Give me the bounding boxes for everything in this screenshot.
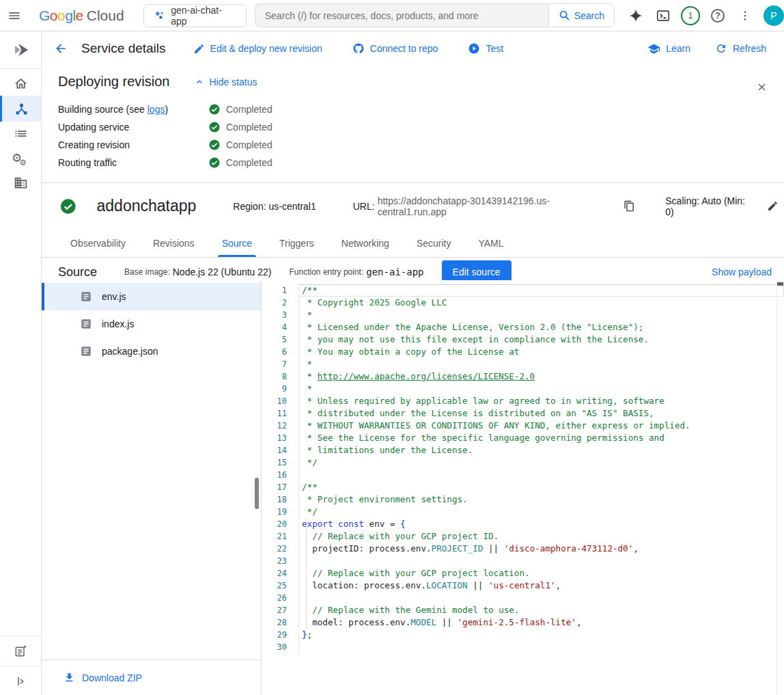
line-number: 15 (262, 456, 299, 469)
hide-status-toggle[interactable]: Hide status (194, 77, 257, 87)
search-button[interactable]: Search (548, 3, 615, 27)
code-token: * Copyright 2025 Google LLC (302, 297, 447, 308)
tab-networking[interactable]: Networking (328, 229, 403, 257)
entry-point-label: Function entry point: (290, 267, 364, 277)
check-circle-icon (208, 121, 221, 133)
sidebar-item-services[interactable] (0, 96, 41, 122)
code-token: /** (302, 285, 318, 295)
sidebar-item-domains[interactable] (0, 169, 41, 195)
tab-security[interactable]: Security (403, 229, 465, 257)
code-text (299, 555, 784, 567)
tab-revisions[interactable]: Revisions (139, 229, 208, 257)
code-editor[interactable]: 1/**2 * Copyright 2025 Google LLC3 *4 * … (262, 280, 784, 695)
code-token: , (576, 617, 582, 627)
code-token: ; (307, 629, 313, 640)
avatar[interactable]: P (764, 5, 784, 26)
service-header: addonchatapp Region: us-central1 URL: ht… (42, 183, 784, 229)
line-number: 1 (262, 284, 299, 297)
service-tabs: Observability Revisions Source Triggers … (42, 229, 784, 258)
google-cloud-logo: Google Cloud (39, 8, 124, 24)
back-arrow-icon (54, 42, 68, 55)
code-text: * WITHOUT WARRANTIES OR CONDITIONS OF AN… (299, 420, 784, 432)
code-token: model: process.env. (302, 617, 410, 627)
page-title: Service details (81, 41, 166, 56)
learn-button[interactable]: Learn (647, 42, 690, 55)
logs-link[interactable]: logs (148, 104, 165, 115)
edit-scaling-button[interactable] (761, 195, 784, 218)
code-text (299, 469, 784, 481)
connect-to-repo-button[interactable]: Connect to repo (352, 42, 438, 55)
show-payload-link[interactable]: Show payload (712, 267, 772, 277)
help-icon[interactable]: ? (706, 4, 729, 27)
code-token: location: process.env. (302, 580, 426, 590)
file-icon (80, 345, 92, 357)
download-zip-button[interactable]: Download ZIP (42, 659, 261, 695)
sidebar-item-revisions[interactable] (0, 120, 41, 146)
copy-url-button[interactable] (618, 195, 641, 218)
code-token: http://www.apache.org/licenses/LICENSE-2… (318, 371, 535, 381)
code-line: 26 (262, 592, 784, 604)
edit-deploy-button[interactable]: Edit & deploy new revision (193, 43, 322, 55)
code-token: LOCATION (426, 580, 468, 590)
play-circle-icon (468, 42, 480, 55)
code-line: 11 * distributed under the License is di… (262, 407, 784, 420)
code-line: 2 * Copyright 2025 Google LLC (262, 297, 784, 309)
line-number: 13 (262, 432, 299, 444)
more-vertical-icon[interactable] (733, 4, 757, 27)
close-status-button[interactable] (750, 75, 773, 98)
file-item-env-js[interactable]: env.js (42, 283, 261, 310)
sidebar-item-home[interactable] (0, 70, 41, 96)
code-token: projectID: process.env. (302, 543, 432, 554)
tab-observability[interactable]: Observability (57, 229, 139, 257)
code-token: * WITHOUT WARRANTIES OR CONDITIONS OF AN… (302, 420, 690, 431)
service-details-appbar: Service details Edit & deploy new revisi… (42, 31, 784, 66)
sidebar-item-integrations[interactable]: ⚙⚙ (0, 145, 41, 171)
code-line: 6 * You may obtain a copy of the License… (262, 346, 784, 358)
code-text: * you may not use this file except in co… (299, 333, 784, 346)
line-number: 28 (262, 616, 299, 629)
file-panel-scrollbar[interactable] (255, 478, 259, 509)
list-icon (14, 126, 28, 141)
sidebar-item-release-notes[interactable] (0, 638, 41, 664)
search-input[interactable] (255, 3, 548, 27)
code-line: 8 * http://www.apache.org/licenses/LICEN… (262, 370, 784, 383)
line-number: 16 (262, 469, 299, 481)
refresh-button[interactable]: Refresh (715, 42, 766, 55)
test-button[interactable]: Test (468, 42, 503, 55)
chevron-up-icon (194, 77, 205, 87)
services-icon (14, 102, 29, 116)
line-number: 21 (262, 530, 299, 543)
code-token: || (436, 617, 457, 627)
code-token: * (302, 371, 318, 381)
hamburger-icon[interactable] (0, 1, 29, 31)
code-token: * (302, 359, 312, 369)
code-token: */ (302, 506, 318, 517)
refresh-icon (715, 42, 727, 55)
code-line: 17/** (262, 481, 784, 493)
file-item-package-json[interactable]: package.json (42, 338, 261, 365)
expand-panel-icon[interactable] (0, 668, 41, 694)
line-number: 24 (262, 567, 299, 580)
project-selector[interactable]: gen-ai-chat-app (143, 4, 247, 27)
code-text: */ (299, 506, 784, 518)
line-number: 4 (262, 321, 299, 333)
gears-icon: ⚙⚙ (12, 152, 29, 164)
tab-triggers[interactable]: Triggers (266, 229, 328, 257)
tab-source[interactable]: Source (208, 229, 266, 257)
main-page: Service details Edit & deploy new revisi… (42, 31, 784, 695)
file-item-index-js[interactable]: index.js (42, 310, 261, 338)
back-button[interactable] (47, 35, 74, 62)
domain-icon (14, 176, 28, 190)
status-panel-title: Deploying revision (58, 74, 169, 90)
cloud-shell-icon[interactable] (652, 4, 675, 27)
notifications-badge[interactable]: 1 (679, 4, 702, 27)
code-line: 22 projectID: process.env.PROJECT_ID || … (262, 543, 784, 555)
tab-yaml[interactable]: YAML (464, 229, 517, 257)
code-line: 18 * Project environment settings. (262, 493, 784, 506)
project-name: gen-ai-chat-app (171, 5, 236, 27)
gemini-sparkle-icon[interactable] (624, 4, 647, 27)
check-circle-icon (208, 156, 221, 169)
editor-overview-ruler[interactable] (776, 280, 784, 695)
service-url[interactable]: https://addonchatapp-301439142196.us-cen… (378, 195, 614, 217)
source-content: env.js index.js package.json Download ZI… (42, 280, 784, 695)
